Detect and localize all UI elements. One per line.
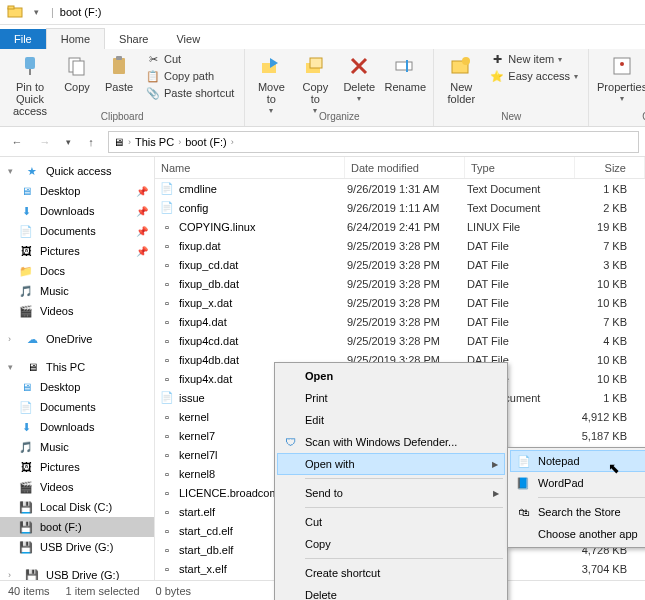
nav-quick-access[interactable]: ▾★Quick access [0,161,154,181]
music-icon: 🎵 [18,283,34,299]
tab-home[interactable]: Home [46,28,105,49]
status-items: 40 items [8,585,50,597]
tab-share[interactable]: Share [105,29,162,49]
ctx-edit[interactable]: Edit [277,409,505,431]
rename-button[interactable]: Rename [383,51,427,95]
nav-pc-documents[interactable]: 📄Documents [0,397,154,417]
file-row[interactable]: ▫fixup_cd.dat9/25/2019 3:28 PMDAT File3 … [155,255,645,274]
chevron-right-icon: › [178,137,181,147]
copy-to-button[interactable]: Copy to▾ [295,51,335,118]
qat-down-icon[interactable]: ▾ [27,3,45,21]
file-row[interactable]: ▫COPYING.linux6/24/2019 2:41 PMLINUX Fil… [155,217,645,236]
pin-icon: 📌 [136,246,148,257]
file-row[interactable]: ▫fixup4.dat9/25/2019 3:28 PMDAT File7 KB [155,312,645,331]
delete-button[interactable]: Delete▾ [339,51,379,106]
new-item-button[interactable]: ✚New item ▾ [486,51,582,67]
pc-icon: 🖥 [24,359,40,375]
chevron-right-icon: › [231,137,234,147]
paste-button[interactable]: Paste [100,51,138,95]
ctx-delete[interactable]: Delete [277,584,505,600]
col-name[interactable]: Name [155,157,345,178]
file-icon: ▫ [159,371,175,387]
ctx-open[interactable]: Open [277,365,505,387]
file-row[interactable]: ▫fixup_x.dat9/25/2019 3:28 PMDAT File10 … [155,293,645,312]
svg-point-14 [462,57,470,65]
ctx-copy[interactable]: Copy [277,533,505,555]
file-date: 6/24/2019 2:41 PM [347,221,467,233]
nav-desktop[interactable]: 🖥Desktop📌 [0,181,154,201]
titlebar-sep: | [51,6,54,18]
properties-button[interactable]: Properties▾ [595,51,645,106]
file-size: 7 KB [577,316,645,328]
file-row[interactable]: 📄config9/26/2019 1:11 AMText Document2 K… [155,198,645,217]
nav-boot-drive[interactable]: 💾boot (F:) [0,517,154,537]
paste-shortcut-button[interactable]: 📎Paste shortcut [142,85,238,101]
svg-rect-1 [8,6,14,9]
nav-pc-videos[interactable]: 🎬Videos [0,477,154,497]
nav-pc-pictures[interactable]: 🖼Pictures [0,457,154,477]
nav-usb-g[interactable]: 💾USB Drive (G:) [0,537,154,557]
navigation-pane: ▾★Quick access 🖥Desktop📌 ⬇Downloads📌 📄Do… [0,157,155,580]
ctx-send-to[interactable]: Send to▶ [277,482,505,504]
nav-thispc[interactable]: ▾🖥This PC [0,357,154,377]
chevron-right-icon: ▶ [493,489,499,498]
back-button[interactable]: ← [6,131,28,153]
file-type: Text Document [467,183,577,195]
col-size[interactable]: Size [575,157,645,178]
cut-button[interactable]: ✂Cut [142,51,238,67]
col-type[interactable]: Type [465,157,575,178]
file-size: 10 KB [577,278,645,290]
nav-pc-downloads[interactable]: ⬇Downloads [0,417,154,437]
nav-music[interactable]: 🎵Music [0,281,154,301]
breadcrumb[interactable]: 🖥 › This PC › boot (F:) › [108,131,639,153]
file-row[interactable]: ▫fixup4cd.dat9/25/2019 3:28 PMDAT File4 … [155,331,645,350]
ctx-scan-defender[interactable]: 🛡Scan with Windows Defender... [277,431,505,453]
nav-pc-music[interactable]: 🎵Music [0,437,154,457]
pin-to-quick-access-button[interactable]: Pin to Quick access [6,51,54,119]
nav-documents[interactable]: 📄Documents📌 [0,221,154,241]
ctx-choose-another[interactable]: Choose another app [510,523,645,545]
pictures-icon: 🖼 [18,459,34,475]
nav-pictures[interactable]: 🖼Pictures📌 [0,241,154,261]
tab-view[interactable]: View [162,29,214,49]
nav-downloads[interactable]: ⬇Downloads📌 [0,201,154,221]
move-to-button[interactable]: Move to▾ [251,51,291,118]
easy-access-button[interactable]: ⭐Easy access ▾ [486,68,582,84]
up-button[interactable]: ↑ [80,131,102,153]
nav-onedrive[interactable]: ›☁OneDrive [0,329,154,349]
ctx-search-store[interactable]: 🛍Search the Store [510,501,645,523]
notepad-icon: 📄 [515,452,533,470]
nav-pc-desktop[interactable]: 🖥Desktop [0,377,154,397]
file-row[interactable]: ▫fixup_db.dat9/25/2019 3:28 PMDAT File10… [155,274,645,293]
ribbon-group-label: Organize [317,111,362,124]
ctx-create-shortcut[interactable]: Create shortcut [277,562,505,584]
ctx-print[interactable]: Print [277,387,505,409]
ctx-wordpad[interactable]: 📘WordPad [510,472,645,494]
nav-docs[interactable]: 📁Docs [0,261,154,281]
col-date[interactable]: Date modified [345,157,465,178]
forward-button[interactable]: → [34,131,56,153]
copy-path-button[interactable]: 📋Copy path [142,68,238,84]
breadcrumb-loc[interactable]: boot (F:) [185,136,227,148]
new-folder-button[interactable]: New folder [440,51,482,107]
status-bytes: 0 bytes [156,585,191,597]
ctx-notepad[interactable]: 📄Notepad [510,450,645,472]
file-size: 4 KB [577,335,645,347]
svg-rect-3 [29,69,31,75]
tab-file[interactable]: File [0,29,46,49]
file-row[interactable]: 📄cmdline9/26/2019 1:31 AMText Document1 … [155,179,645,198]
nav-videos[interactable]: 🎬Videos [0,301,154,321]
file-icon: ▫ [159,542,175,558]
ctx-open-with[interactable]: Open with▶ [277,453,505,475]
breadcrumb-thispc[interactable]: This PC [135,136,174,148]
recent-dropdown[interactable]: ▾ [62,131,74,153]
ctx-cut[interactable]: Cut [277,511,505,533]
ribbon-group-label: Open [640,111,645,124]
ribbon-group-label: New [499,111,523,124]
copy-button[interactable]: Copy [58,51,96,95]
ribbon: Pin to Quick access Copy Paste ✂Cut 📋Cop… [0,49,645,127]
nav-local-disk[interactable]: 💾Local Disk (C:) [0,497,154,517]
nav-usb-g2[interactable]: ›💾USB Drive (G:) [0,565,154,580]
file-row[interactable]: ▫fixup.dat9/25/2019 3:28 PMDAT File7 KB [155,236,645,255]
documents-icon: 📄 [18,399,34,415]
